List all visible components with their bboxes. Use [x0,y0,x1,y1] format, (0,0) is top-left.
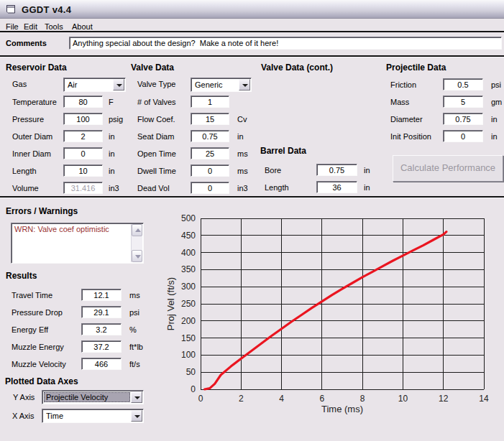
unit-label: gm [491,98,502,106]
title-bar[interactable]: GGDT v4.4 [0,0,504,19]
unit-label: ms [129,291,140,300]
pressure-drop-input[interactable]: 29.1 [81,306,122,318]
axis-label: 100 [181,350,196,360]
muzzle-velocity-input[interactable]: 466 [81,358,122,370]
y-axis-combobox[interactable]: Projectile Velocity [42,390,144,404]
flow-coef-label: Flow Coef. [137,115,175,124]
pressure-input[interactable]: 100 [63,113,103,125]
chevron-down-icon [242,84,248,87]
outer-diam-input[interactable]: 2 [63,130,103,142]
seat-diam-input[interactable]: 0.75 [191,130,229,142]
bore-label: Bore [265,166,281,175]
chevron-down-icon [134,396,140,399]
menu-file[interactable]: File [6,22,19,31]
plotted-data-axes-title: Plotted Data Axes [5,376,78,386]
scroll-up-button[interactable] [132,224,142,236]
axis-label: 6 [320,394,325,404]
inner-diam-label: Inner Diam [12,149,51,158]
dropdown-button[interactable] [131,410,142,422]
menu-about[interactable]: About [72,22,93,31]
dwell-time-input[interactable]: 0 [191,164,229,177]
flow-coef-input[interactable]: 15 [191,113,229,125]
valve-type-combobox[interactable]: Generic [191,78,252,92]
temperature-input[interactable]: 80 [63,96,103,108]
unit-label: ms [237,149,248,158]
unit-label: % [129,325,137,334]
scroll-down-button[interactable] [132,250,142,262]
bore-input[interactable]: 0.75 [316,164,357,176]
inner-diam-input[interactable]: 0 [63,147,103,159]
length-label: Length [265,183,289,192]
x-axis-combobox[interactable]: Time [42,409,144,423]
section-projectile-data: Projectile Data [386,62,446,73]
y-axis-label: Y Axis [13,393,35,401]
dropdown-button[interactable] [131,391,142,403]
init-position-input[interactable]: 0 [443,130,483,142]
axis-label: 400 [181,248,196,258]
axis-label: 300 [181,282,196,292]
menu-edit[interactable]: Edit [24,22,37,31]
section-valve-data: Valve Data [131,62,174,73]
section-reservoir-data: Reservoir Data [6,62,67,73]
menu-tools[interactable]: Tools [45,22,63,31]
length-input[interactable]: 36 [316,181,357,193]
dropdown-button[interactable] [239,79,250,90]
valve-type-label: Valve Type [137,80,175,88]
velocity-chart: 0246810121405010015020025030035040045050… [165,208,504,441]
friction-input[interactable]: 0.5 [443,78,483,90]
unit-label: in [109,167,115,175]
valve-type-value[interactable]: Generic [193,80,238,90]
gas-combobox[interactable]: Air [63,78,126,92]
init-position-label: Init Position [390,132,431,141]
dead-vol-label: Dead Vol [137,184,170,192]
unit-label: in3 [237,184,248,192]
unit-label: in [491,115,498,124]
diameter-input[interactable]: 0.75 [443,113,483,125]
down-arrow-icon [135,255,141,259]
errors-warnings-box: WRN: Valve coef optimistic [11,223,144,264]
axis-label: 50 [186,367,196,377]
unit-label: psig [109,115,123,124]
axis-label: 14 [479,394,489,404]
length-input[interactable]: 10 [63,164,103,177]
x-axis-label: X Axis [12,412,35,420]
axis-label: 0 [198,394,203,404]
dead-vol-input[interactable]: 0 [191,182,229,194]
x-axis-value[interactable]: Time [44,411,130,421]
energy-eff-input[interactable]: 3.2 [81,323,122,335]
gas-value[interactable]: Air [65,80,112,90]
dropdown-button[interactable] [113,79,124,90]
comments-label: Comments [6,39,47,47]
axis-label: 150 [181,333,196,343]
unit-label: F [109,98,114,106]
axis-label: 2 [239,394,244,404]
section-barrel-data: Barrel Data [260,146,306,156]
mass-input[interactable]: 5 [443,96,483,108]
warning-message: WRN: Valve coef optimistic [14,225,109,233]
unit-label: ft/s [129,360,140,368]
energy-eff-label: Energy Eff [12,325,48,334]
unit-label: in3 [109,184,119,192]
friction-label: Friction [390,80,416,89]
travel-time-input[interactable]: 12.1 [81,289,122,301]
muzzle-velocity-label: Muzzle Velocity [12,360,66,368]
unit-label: psi [491,80,501,89]
unit-label: ms [237,167,248,175]
unit-label: in [109,132,115,141]
errors-scrollbar[interactable] [131,224,142,262]
mass-label: Mass [390,98,409,106]
axis-label: 350 [181,264,196,274]
unit-label: in [109,149,115,158]
axis-label: 0 [191,384,196,394]
volume-input: 31.416 [63,182,103,194]
y-axis-value[interactable]: Projectile Velocity [44,392,130,402]
muzzle-energy-label: Muzzle Energy [12,343,64,351]
muzzle-energy-input[interactable]: 37.2 [81,340,122,353]
comments-input[interactable]: Anything special about the design? Make … [69,37,502,50]
axis-label: 8 [360,394,365,404]
window-title: GGDT v4.4 [22,4,71,15]
menu-separator [0,31,504,32]
of-valves-input[interactable]: 1 [191,96,229,108]
open-time-input[interactable]: 25 [191,147,229,159]
axis-label: 500 [181,213,196,223]
